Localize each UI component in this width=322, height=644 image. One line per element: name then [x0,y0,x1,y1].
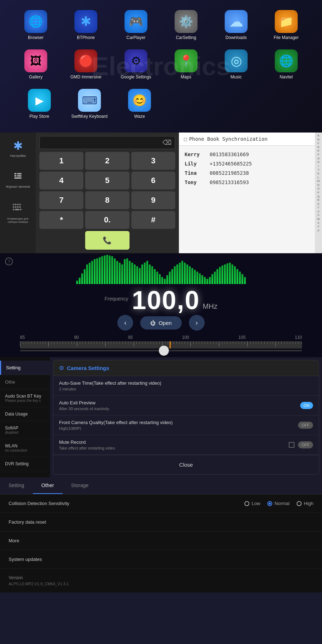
alpha-i[interactable]: I [318,164,319,168]
dial-key-4[interactable]: 4 [39,172,83,189]
radio-slider-thumb[interactable] [159,346,169,356]
radio-bar-47 [194,270,196,284]
sidebar-item-bluetooth[interactable]: ✱ Настройки [0,136,36,161]
contact-row-kerry[interactable]: Kerry 0013583361669 [185,152,309,157]
alpha-b[interactable]: B [317,138,319,141]
version-value: ALPS.L0.MP2.V1.9_CM64_V1.3.1 [9,582,313,586]
svg-rect-5 [13,204,14,205]
alpha-q[interactable]: Q [317,195,319,198]
alpha-c[interactable]: C [317,141,319,145]
alpha-h[interactable]: H [317,160,319,164]
app-browser[interactable]: 🌐 Browser [14,7,57,43]
app-waze[interactable]: 😊 Waze [118,86,161,122]
tab-setting[interactable]: Setting [0,477,33,494]
call-button[interactable]: 📞 [85,231,129,250]
alpha-d[interactable]: D [317,145,319,149]
alpha-m[interactable]: M [317,179,320,183]
dial-key-star[interactable]: * [39,211,83,229]
calls-icon [13,171,23,183]
app-gmd[interactable]: 🔴 GMD Immersive [64,47,107,82]
collision-low-option[interactable]: Low [244,501,260,506]
mute-toggle[interactable]: OFF [298,441,313,448]
dial-key-3[interactable]: 3 [131,152,175,170]
app-googlesettings[interactable]: ⚙ Google Settings [114,47,157,82]
more-row[interactable]: More [0,532,322,550]
dial-key-0[interactable]: 0. [85,211,129,229]
dial-key-hash[interactable]: # [131,211,175,229]
radio-help-button[interactable]: ? [5,258,13,265]
frontcam-toggle[interactable]: OFF [298,422,313,429]
collision-low-radio[interactable] [244,501,249,506]
alpha-u[interactable]: U [317,210,319,213]
settings-sidebar-datausage: Data Usage [0,407,50,421]
alpha-e[interactable]: E [317,149,319,153]
contact-row-tony[interactable]: Tony 0985213316593 [185,179,309,185]
dial-key-2[interactable]: 2 [85,152,129,170]
app-gallery[interactable]: 🖼 Gallery [14,47,57,82]
alpha-f[interactable]: F [318,153,319,157]
settings-tab-setting[interactable]: Setting [0,361,50,375]
alpha-r[interactable]: R [317,198,319,202]
alpha-n[interactable]: N [317,183,319,187]
collision-normal-option[interactable]: Normal [267,501,289,506]
ruler-tick-24 [88,341,89,344]
collision-high-option[interactable]: High [297,501,313,506]
dial-key-6[interactable]: 6 [131,172,175,189]
app-playstore[interactable]: ▶ Play Store [18,86,61,122]
app-btphone[interactable]: ✱ BTPhone [64,7,107,43]
alpha-g[interactable]: G [317,157,319,160]
settings-tab-other[interactable]: Othe [0,375,50,389]
app-downloads[interactable]: ☁ Downloads [215,7,258,43]
contact-name-tina: Tina [185,170,203,176]
contact-row-tina[interactable]: Tina 0085221985238 [185,170,309,176]
app-carplayer[interactable]: 🎮 CarPlayer [114,7,157,43]
collision-normal-radio[interactable] [267,501,272,506]
radio-next-button[interactable]: › [189,315,205,331]
app-carsetting[interactable]: ⚙️ CarSetting [165,7,208,43]
camera-close-button[interactable]: Close [172,460,200,470]
alpha-p[interactable]: P [317,191,319,194]
alpha-v[interactable]: V [317,213,319,217]
system-updates-row[interactable]: System updates [0,550,322,569]
app-filemanager[interactable]: 📁 File Manager [265,7,308,43]
alpha-a[interactable]: A [317,134,319,138]
alpha-o[interactable]: O [317,187,319,191]
tab-other[interactable]: Other [33,477,63,494]
contact-number-lily: +1352465685225 [210,161,252,167]
backspace-button[interactable]: ⌫ [162,139,171,146]
dial-key-5[interactable]: 5 [85,172,129,189]
radio-prev-button[interactable]: ‹ [117,315,133,331]
alpha-w[interactable]: W [317,217,320,221]
sidebar-item-calls[interactable]: Журнал звонков [0,168,36,192]
radio-slider-track[interactable] [20,350,302,351]
autoexit-toggle[interactable]: ON [300,402,313,409]
factory-reset-row[interactable]: Factory data reset [0,513,322,532]
alpha-t[interactable]: T [318,206,319,210]
alpha-s[interactable]: S [317,202,319,206]
alpha-y[interactable]: Y [317,225,319,229]
alpha-j[interactable]: J [318,168,319,172]
sidebar-item-keyboard[interactable]: Клавиатура для набора номера [0,199,36,227]
dial-key-9[interactable]: 9 [131,191,175,209]
ruler-tick-61 [193,341,194,344]
ruler-tick-13 [57,341,57,344]
alpha-k[interactable]: K [317,172,319,176]
dial-key-1[interactable]: 1 [39,152,83,170]
radio-open-button[interactable]: ⏻ Open [140,316,182,330]
collision-high-radio[interactable] [297,501,302,506]
alpha-l[interactable]: L [318,176,319,179]
ruler-tick-96 [293,341,293,344]
alpha-z[interactable]: Z [318,229,319,232]
app-swiftkey[interactable]: ⌨ SwiftKey Keyboard [68,86,111,122]
app-navitel[interactable]: 🌐 Navitel [265,47,308,82]
alpha-x[interactable]: X [317,221,319,225]
gsettings-label: Google Settings [121,75,151,80]
app-music[interactable]: ◎ Music [215,47,258,82]
tab-storage[interactable]: Storage [63,477,97,494]
dial-key-7[interactable]: 7 [39,191,83,209]
contact-row-lily[interactable]: Lily +1352465685225 [185,161,309,167]
dial-key-8[interactable]: 8 [85,191,129,209]
camera-modal-title: Camera Settings [67,365,109,371]
app-maps[interactable]: 📍 Maps [165,47,208,82]
mute-checkbox[interactable] [289,442,294,448]
